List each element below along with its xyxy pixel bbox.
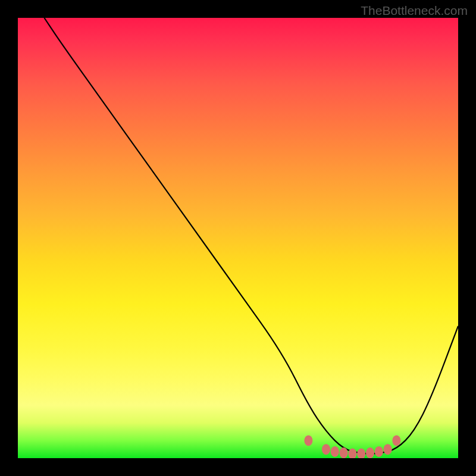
- scatter-dot: [304, 435, 312, 446]
- scatter-dot: [366, 447, 374, 458]
- scatter-dot: [331, 446, 339, 457]
- chart-svg: [18, 18, 458, 458]
- chart-plot-area: [18, 18, 458, 458]
- scatter-dot: [357, 449, 365, 458]
- scatter-dot: [348, 449, 356, 458]
- scatter-dot: [340, 447, 348, 458]
- scatter-dots: [304, 435, 400, 458]
- scatter-dot: [375, 446, 383, 457]
- scatter-dot: [322, 444, 330, 455]
- scatter-dot: [384, 444, 392, 455]
- curve-path: [44, 18, 458, 454]
- watermark-text: TheBottleneck.com: [361, 4, 468, 18]
- scatter-dot: [392, 435, 400, 446]
